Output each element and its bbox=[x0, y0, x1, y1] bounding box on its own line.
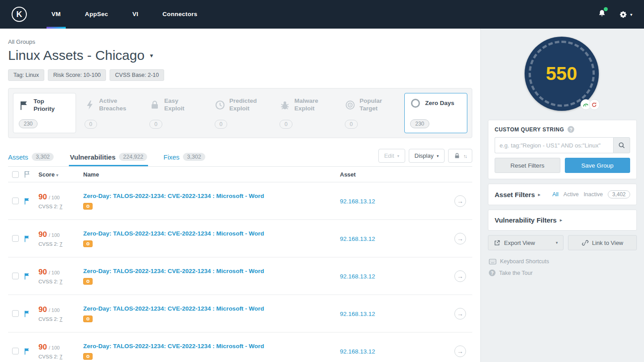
column-header-name[interactable]: Name bbox=[83, 171, 340, 178]
flag-icon[interactable] bbox=[24, 198, 30, 205]
row-checkbox[interactable] bbox=[12, 235, 19, 242]
asset-filters-panel[interactable]: Asset Filters ▸ All Active Inactive 3,40… bbox=[488, 184, 637, 205]
tab-assets[interactable]: Assets 3,302 bbox=[8, 153, 54, 166]
query-input[interactable] bbox=[495, 137, 613, 153]
threat-card-count: 0 bbox=[85, 120, 97, 129]
asset-ip-link[interactable]: 92.168.13.12 bbox=[340, 311, 375, 317]
search-icon bbox=[618, 142, 625, 149]
threat-card-zero-days[interactable]: Zero Days 230 bbox=[404, 93, 467, 133]
bug-icon bbox=[280, 100, 290, 110]
asset-filter-all[interactable]: All bbox=[552, 191, 559, 198]
nav-items: VM AppSec VI Connectors bbox=[39, 0, 209, 29]
row-checkbox[interactable] bbox=[12, 273, 19, 279]
threat-card-malware-exploit[interactable]: Malware Exploit 0 bbox=[274, 93, 336, 133]
vulnerability-link[interactable]: Zero-Day: TALOS-2022-1234: CVE-2022-1234… bbox=[83, 268, 340, 274]
cvss-value[interactable]: 7 bbox=[59, 354, 62, 359]
threat-card-top-priority[interactable]: Top Priority 230 bbox=[13, 93, 76, 133]
row-checkbox[interactable] bbox=[12, 310, 19, 317]
title-dropdown-caret-icon[interactable]: ▾ bbox=[150, 52, 153, 59]
take-the-tour-link[interactable]: ? Take the Tour bbox=[489, 269, 636, 276]
tab-count: 3,302 bbox=[32, 153, 54, 161]
flag-icon bbox=[19, 100, 30, 111]
nav-item-vm[interactable]: VM bbox=[39, 0, 73, 29]
row-detail-arrow-button[interactable]: → bbox=[454, 308, 466, 320]
cvss-label: CVSS 2: bbox=[38, 241, 58, 247]
lock-sort-button[interactable]: ↑↓ bbox=[448, 149, 472, 163]
flag-icon[interactable] bbox=[24, 273, 30, 280]
asset-ip-link[interactable]: 92.168.13.12 bbox=[340, 198, 375, 205]
keyboard-shortcuts-link[interactable]: Keyboard Shortcuts bbox=[489, 258, 636, 265]
threat-card-label: Malware Exploit bbox=[294, 97, 327, 113]
tab-vulnerabilities[interactable]: Vulnerabilities 224,922 bbox=[70, 153, 147, 166]
asset-ip-link[interactable]: 92.168.13.12 bbox=[340, 273, 375, 280]
row-detail-arrow-button[interactable]: → bbox=[454, 195, 466, 207]
threat-card-label: Active Breaches bbox=[99, 97, 132, 113]
chip-tag[interactable]: Tag: Linux bbox=[8, 69, 44, 81]
tab-label: Fixes bbox=[163, 153, 179, 161]
export-view-button[interactable]: Export View ▾ bbox=[488, 235, 564, 250]
asset-ip-link[interactable]: 92.168.13.12 bbox=[340, 236, 375, 242]
threat-card-active-breaches[interactable]: Active Breaches 0 bbox=[79, 93, 141, 133]
cvss-label: CVSS 2: bbox=[38, 279, 58, 284]
column-header-asset[interactable]: Asset bbox=[340, 171, 447, 178]
link-to-view-button[interactable]: Link to View bbox=[568, 235, 637, 250]
threat-card-label: Easy Exploit bbox=[164, 97, 197, 113]
row-checkbox[interactable] bbox=[12, 348, 19, 354]
row-detail-arrow-button[interactable]: → bbox=[454, 270, 466, 282]
vulnerability-link[interactable]: Zero-Day: TALOS-2022-1234: CVE-2022-1234… bbox=[83, 230, 340, 237]
custom-query-label: CUSTOM QUERY STRING bbox=[495, 126, 564, 133]
risk-score-denominator: / 100 bbox=[49, 195, 59, 200]
cvss-value[interactable]: 7 bbox=[59, 241, 62, 247]
risk-meter: 550 bbox=[525, 37, 601, 111]
asset-header-label: Asset bbox=[340, 171, 356, 178]
vulnerability-link[interactable]: Zero-Day: TALOS-2022-1234: CVE-2022-1234… bbox=[83, 305, 340, 312]
asset-ip-link[interactable]: 92.168.13.12 bbox=[340, 348, 375, 355]
flag-icon[interactable] bbox=[24, 310, 30, 317]
row-checkbox[interactable] bbox=[12, 198, 19, 204]
row-detail-arrow-button[interactable]: → bbox=[454, 233, 466, 244]
column-header-score[interactable]: Score ▾ bbox=[38, 171, 83, 178]
caret-down-icon: ▾ bbox=[630, 12, 632, 17]
save-group-button[interactable]: Save Group bbox=[565, 158, 631, 173]
vulnerabilities-table: Score ▾ Name Asset 90 / 100 bbox=[8, 166, 472, 362]
link-to-view-label: Link to View bbox=[592, 240, 623, 246]
edit-button[interactable]: Edit ▾ bbox=[378, 149, 405, 163]
threat-card-count: 0 bbox=[280, 120, 292, 129]
vulnerability-filters-panel[interactable]: Vulnerability Filters ▸ bbox=[488, 210, 637, 231]
asset-filter-inactive[interactable]: Inactive bbox=[584, 191, 603, 198]
threat-card-label: Zero Days bbox=[425, 100, 458, 107]
row-detail-arrow-button[interactable]: → bbox=[454, 345, 466, 357]
bell-icon[interactable] bbox=[597, 8, 606, 20]
cvss-value[interactable]: 7 bbox=[59, 279, 62, 284]
threat-card-easy-exploit[interactable]: Easy Exploit 0 bbox=[144, 93, 206, 133]
cvss-value[interactable]: 7 bbox=[59, 204, 62, 209]
display-button[interactable]: Display ▾ bbox=[409, 149, 445, 163]
select-all-checkbox[interactable] bbox=[12, 171, 19, 178]
flag-icon[interactable] bbox=[24, 235, 30, 242]
flag-icon[interactable] bbox=[24, 348, 30, 355]
asset-filter-active[interactable]: Active bbox=[564, 191, 579, 198]
risk-score: 90 bbox=[38, 193, 47, 202]
flag-outline-icon[interactable] bbox=[24, 171, 30, 178]
chip-risk-score[interactable]: Risk Score: 10-100 bbox=[48, 69, 106, 81]
nav-item-connectors[interactable]: Connectors bbox=[150, 0, 209, 29]
vulnerability-link[interactable]: Zero-Day: TALOS-2022-1234: CVE-2022-1234… bbox=[83, 343, 340, 349]
settings-menu[interactable]: ▾ bbox=[619, 10, 632, 19]
nav-item-vi[interactable]: VI bbox=[120, 0, 150, 29]
help-icon[interactable]: ? bbox=[568, 126, 574, 133]
search-button[interactable] bbox=[613, 137, 630, 153]
breadcrumb[interactable]: All Groups bbox=[8, 38, 472, 45]
kenna-logo[interactable]: K bbox=[12, 7, 27, 22]
sort-caret-icon: ▾ bbox=[56, 173, 59, 177]
cvss-value[interactable]: 7 bbox=[59, 316, 62, 322]
threat-card-label: Predicted Exploit bbox=[229, 97, 263, 113]
tab-fixes[interactable]: Fixes 3,302 bbox=[163, 153, 205, 166]
threat-card-predicted-exploit[interactable]: Predicted Exploit 0 bbox=[209, 93, 271, 133]
threat-card-popular-target[interactable]: Popular Target 0 bbox=[339, 93, 402, 133]
link-icon bbox=[582, 240, 589, 246]
vulnerability-link[interactable]: Zero-Day: TALOS-2022-1234: CVE-2022-1234… bbox=[83, 193, 340, 199]
chip-cvss-base[interactable]: CVSS Base: 2-10 bbox=[110, 69, 164, 81]
reset-filters-button[interactable]: Reset Filters bbox=[495, 158, 560, 173]
nav-item-appsec[interactable]: AppSec bbox=[73, 0, 120, 29]
refresh-icon[interactable] bbox=[589, 99, 600, 110]
